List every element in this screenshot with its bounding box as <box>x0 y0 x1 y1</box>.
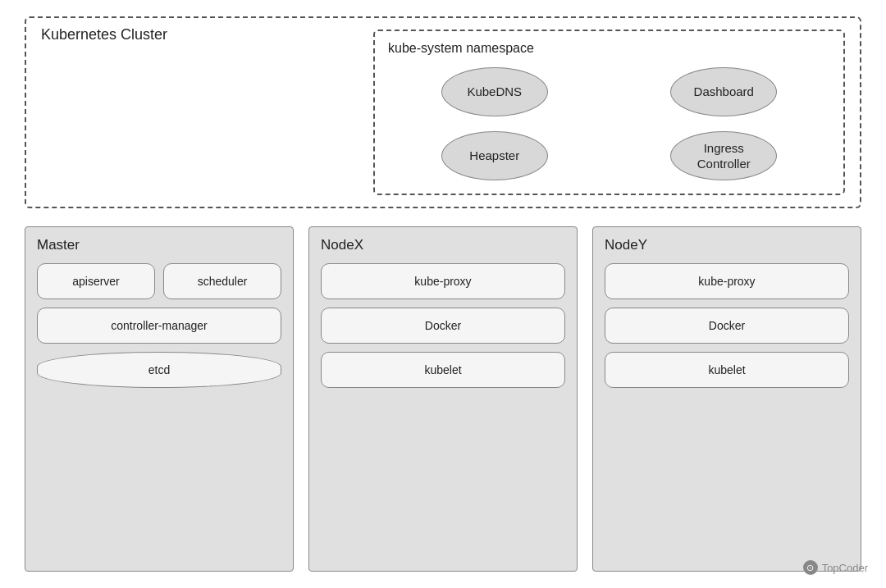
nodey-label: NodeY <box>605 237 849 253</box>
nodex-label: NodeX <box>321 237 565 253</box>
master-node: Master apiserver scheduler controller-ma… <box>25 226 294 572</box>
kube-system-components: KubeDNS Dashboard Heapster IngressContro… <box>388 67 830 180</box>
kubedns-ellipse: KubeDNS <box>441 67 548 116</box>
apiserver-box: apiserver <box>37 263 155 299</box>
nodex-docker: Docker <box>321 308 565 344</box>
nodex-kubelet: kubelet <box>321 352 565 388</box>
nodey-kube-proxy: kube-proxy <box>605 263 849 299</box>
controller-manager-box: controller-manager <box>37 308 281 344</box>
heapster-ellipse: Heapster <box>441 131 548 180</box>
nodex-kube-proxy: kube-proxy <box>321 263 565 299</box>
kube-system-label: kube-system namespace <box>388 41 830 56</box>
kubernetes-cluster: Kubernetes Cluster kube-system namespace… <box>25 16 861 208</box>
ingress-ellipse: IngressController <box>670 131 777 180</box>
cluster-left-area <box>41 30 357 177</box>
nodey-box: NodeY kube-proxy Docker kubelet <box>592 226 861 572</box>
nodes-row: Master apiserver scheduler controller-ma… <box>25 226 861 572</box>
watermark-text: TopCoder <box>822 562 868 574</box>
master-top-row: apiserver scheduler <box>37 263 281 299</box>
scheduler-box: scheduler <box>163 263 281 299</box>
kube-system-box: kube-system namespace KubeDNS Dashboard … <box>373 30 845 195</box>
dashboard-ellipse: Dashboard <box>670 67 777 116</box>
watermark-icon: ⊙ <box>803 560 818 575</box>
nodey-kubelet: kubelet <box>605 352 849 388</box>
watermark: ⊙ TopCoder <box>803 560 868 575</box>
nodey-docker: Docker <box>605 308 849 344</box>
etcd-box: etcd <box>37 352 281 388</box>
cluster-label: Kubernetes Cluster <box>41 26 167 43</box>
master-label: Master <box>37 237 281 253</box>
nodex-box: NodeX kube-proxy Docker kubelet <box>308 226 578 572</box>
